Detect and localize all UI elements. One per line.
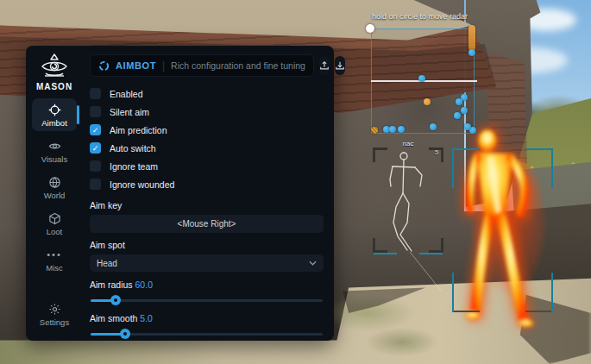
download-icon bbox=[335, 60, 345, 71]
header-separator: | bbox=[162, 60, 165, 72]
aim-spot-select[interactable]: Head bbox=[90, 254, 324, 272]
checkbox-icon bbox=[90, 160, 101, 172]
radar-edge-marker bbox=[468, 25, 475, 51]
radar-hint-text: hold on circle to move radar bbox=[372, 12, 519, 21]
checkbox-ignore-team[interactable]: Ignore team bbox=[90, 157, 324, 175]
radar-edge-blip bbox=[468, 49, 475, 56]
checkbox-icon: ✓ bbox=[90, 142, 101, 154]
aim-key-label: Aim key bbox=[90, 200, 324, 210]
globe-icon bbox=[47, 175, 61, 189]
sidebar-item-settings[interactable]: Settings bbox=[32, 298, 77, 330]
gear-icon bbox=[47, 302, 61, 316]
ellipsis-icon: ••• bbox=[47, 248, 61, 261]
aim-smooth-slider[interactable] bbox=[90, 329, 324, 339]
checkbox-icon bbox=[90, 88, 101, 99]
radar-marker-blip bbox=[371, 127, 378, 134]
crosshair-icon bbox=[47, 103, 61, 116]
radar-enemy-blip bbox=[418, 75, 425, 82]
checkbox-ignore-wounded[interactable]: Ignore wounded bbox=[90, 175, 324, 193]
aim-smooth-label: Aim smooth 5.0 bbox=[90, 313, 324, 323]
slider-thumb[interactable] bbox=[110, 295, 121, 305]
sidebar-item-label: Settings bbox=[40, 317, 69, 327]
sidebar-item-visuals[interactable]: Visuals bbox=[32, 135, 77, 167]
sidebar-item-label: Aimbot bbox=[41, 118, 67, 128]
slider-track bbox=[91, 299, 323, 302]
export-config-button[interactable] bbox=[335, 56, 345, 75]
brand-name: MASON bbox=[36, 82, 72, 91]
aim-spot-label: Aim spot bbox=[90, 240, 324, 250]
aim-radius-label: Aim radius 60.0 bbox=[90, 279, 324, 290]
brand-logo: MASON bbox=[36, 53, 72, 91]
sidebar-item-world[interactable]: World bbox=[32, 171, 77, 204]
checkbox-aim-prediction[interactable]: ✓ Aim prediction bbox=[90, 121, 324, 139]
sidebar-item-label: Misc bbox=[46, 263, 63, 273]
checkbox-icon bbox=[90, 179, 101, 190]
checkbox-auto-switch[interactable]: ✓ Auto switch bbox=[90, 139, 324, 157]
chevron-down-icon bbox=[309, 260, 317, 266]
skeleton-esp bbox=[369, 142, 447, 298]
page-title: AIMBOT bbox=[116, 60, 156, 71]
aim-radius-value: 60.0 bbox=[135, 279, 153, 290]
radar-enemy-blip bbox=[454, 112, 461, 119]
sidebar-item-label: Visuals bbox=[41, 154, 67, 164]
sidebar-item-label: World bbox=[44, 191, 66, 200]
aim-radius-slider[interactable] bbox=[90, 295, 324, 305]
checkbox-icon: ✓ bbox=[90, 124, 101, 135]
tab-header: AIMBOT | Rich configuration and fine tun… bbox=[90, 54, 314, 77]
player-esp-box bbox=[452, 148, 553, 312]
aim-smooth-value: 5.0 bbox=[140, 313, 153, 323]
checkbox-label: Ignore team bbox=[110, 161, 158, 172]
radar-drag-handle[interactable] bbox=[366, 24, 374, 33]
sidebar-item-misc[interactable]: ••• Misc bbox=[32, 243, 77, 276]
radar-enemy-blip bbox=[461, 107, 468, 114]
checkbox-label: Ignore wounded bbox=[110, 179, 174, 190]
radar-marker-blip bbox=[424, 98, 431, 105]
aim-key-binding-button[interactable]: <Mouse Right> bbox=[90, 215, 324, 233]
sidebar-item-aimbot[interactable]: Aimbot bbox=[32, 98, 77, 131]
radar-panel[interactable] bbox=[371, 28, 475, 134]
checkbox-label: Silent aim bbox=[110, 107, 149, 117]
checkbox-label: Auto switch bbox=[110, 143, 156, 154]
aim-spot-value: Head bbox=[97, 259, 117, 268]
import-config-button[interactable] bbox=[319, 56, 330, 75]
upload-icon bbox=[319, 60, 330, 71]
radar-enemy-blip bbox=[456, 98, 462, 105]
cube-icon bbox=[47, 211, 61, 225]
sidebar: MASON Aimbot Visuals bbox=[26, 46, 83, 341]
aimbot-tab-content: AIMBOT | Rich configuration and fine tun… bbox=[83, 46, 334, 341]
slider-thumb[interactable] bbox=[120, 329, 130, 339]
page-subtitle: Rich configuration and fine tuning bbox=[171, 60, 305, 71]
eye-icon bbox=[47, 139, 61, 153]
checkbox-label: Aim prediction bbox=[110, 125, 167, 135]
checkbox-enabled[interactable]: Enabled bbox=[90, 85, 324, 103]
sidebar-item-loot[interactable]: Loot bbox=[32, 207, 77, 240]
game-screen: hold on circle to move radar nac 5 bbox=[0, 0, 591, 364]
checkbox-label: Enabled bbox=[110, 89, 143, 99]
radar-enemy-blip bbox=[389, 126, 396, 133]
checkbox-icon bbox=[90, 106, 101, 117]
sidebar-item-label: Loot bbox=[47, 227, 63, 236]
mason-eye-icon bbox=[39, 53, 70, 80]
cheat-menu-window: MASON Aimbot Visuals bbox=[26, 46, 334, 341]
checkbox-silent-aim[interactable]: Silent aim bbox=[90, 103, 324, 121]
spinner-circle-icon bbox=[98, 60, 110, 72]
radar-enemy-blip bbox=[398, 126, 405, 133]
esp-snapline bbox=[410, 252, 442, 292]
radar-enemy-blip bbox=[430, 123, 437, 130]
esp-head-blip bbox=[464, 123, 471, 130]
